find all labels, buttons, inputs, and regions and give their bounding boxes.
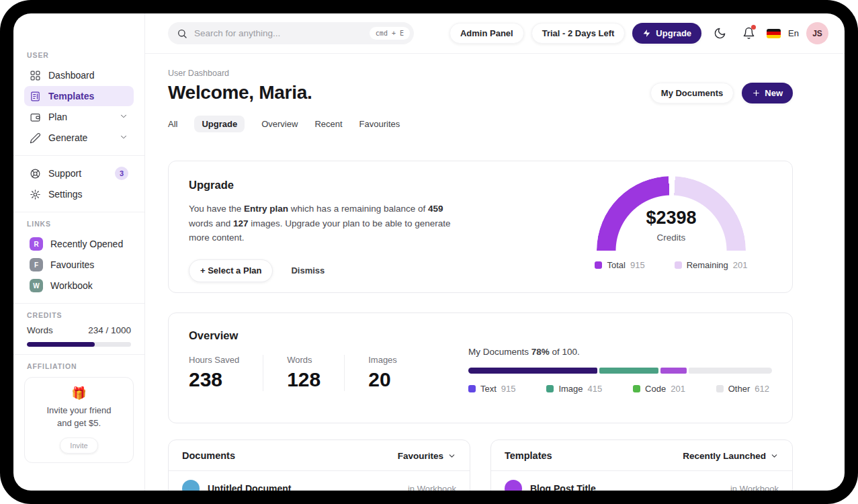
app-window: USER Dashboard Templates Plan Generate S… xyxy=(13,13,845,491)
gauge-label: Credits xyxy=(597,233,746,243)
sidebar-item-label: Dashboard xyxy=(48,70,95,81)
affiliate-text: Invite your friend and get $5. xyxy=(30,405,128,430)
plan-name: Entry plan xyxy=(244,204,288,214)
support-count-badge: 3 xyxy=(115,167,128,180)
affiliate-text-line2: and get $5. xyxy=(57,418,101,428)
link-avatar: R xyxy=(30,237,43,251)
documents-usage-block: My Documents 78% of 100. Text 915 xyxy=(468,347,772,404)
link-avatar: W xyxy=(30,279,43,292)
chevron-down-icon xyxy=(447,452,456,460)
admin-panel-button[interactable]: Admin Panel xyxy=(449,23,524,44)
life-buoy-icon xyxy=(30,168,41,179)
sidebar-section-links-label: LINKS xyxy=(27,220,131,228)
credits-progress-fill xyxy=(27,342,95,347)
sidebar-link-workbook[interactable]: W Workbook xyxy=(24,276,134,296)
sidebar-item-templates[interactable]: Templates xyxy=(24,86,134,106)
upgrade-body-text: which has a remaining balance of xyxy=(288,204,428,214)
legend-swatch xyxy=(468,385,476,392)
user-avatar[interactable]: JS xyxy=(806,22,828,44)
trial-status-button[interactable]: Trial - 2 Days Left xyxy=(531,23,626,44)
sidebar-item-generate[interactable]: Generate xyxy=(24,128,134,148)
documents-stacked-bar xyxy=(468,368,772,374)
gauge-arc: $2398 Credits xyxy=(597,176,746,252)
sidebar-item-dashboard[interactable]: Dashboard xyxy=(24,65,134,85)
stat-label: Images xyxy=(368,355,397,365)
dashboard-grid-icon xyxy=(30,70,41,81)
sidebar-section-credits-label: CREDITS xyxy=(27,311,131,319)
template-list-item[interactable]: Blog Post Title in Workbook xyxy=(491,471,792,491)
search-input[interactable] xyxy=(193,28,364,39)
legend-item-image: Image 415 xyxy=(546,384,602,394)
legend-value: 612 xyxy=(755,384,769,394)
tab-recent[interactable]: Recent xyxy=(314,119,342,129)
select-plan-button[interactable]: + Select a Plan xyxy=(189,259,273,282)
tab-overview[interactable]: Overview xyxy=(261,119,298,129)
sidebar-section-affiliation-label: AFFILIATION xyxy=(27,362,131,370)
dark-mode-toggle[interactable] xyxy=(709,23,730,44)
sidebar-item-support[interactable]: Support 3 xyxy=(24,163,134,183)
stat-value: 20 xyxy=(368,368,397,391)
sidebar-item-label: Generate xyxy=(48,132,87,143)
new-button[interactable]: New xyxy=(742,83,793,103)
language-selector[interactable]: En xyxy=(788,28,799,38)
legend-item-total: Total 915 xyxy=(595,260,644,270)
divider xyxy=(13,155,144,156)
sidebar-item-label: Templates xyxy=(48,91,94,101)
legend-value: 415 xyxy=(588,384,603,394)
invite-button[interactable]: Invite xyxy=(60,437,97,454)
wallet-icon xyxy=(30,112,41,123)
pencil-icon xyxy=(30,132,41,144)
stat-value: 128 xyxy=(287,368,320,391)
sidebar-item-label: Support xyxy=(48,168,81,179)
dismiss-button[interactable]: Dismiss xyxy=(291,265,325,276)
my-documents-button[interactable]: My Documents xyxy=(650,83,734,103)
legend-item-other: Other 612 xyxy=(716,384,769,394)
legend-name: Text xyxy=(480,384,497,394)
credits-gauge: $2398 Credits Total 915 Remaining 201 xyxy=(589,173,753,270)
page-title: Welcome, Maria. xyxy=(168,82,312,103)
breadcrumb: User Dashboard xyxy=(168,69,793,78)
document-list-item[interactable]: Untitled Document in Workbook xyxy=(169,471,470,491)
gauge-legend: Total 915 Remaining 201 xyxy=(589,260,753,270)
upgrade-button[interactable]: Upgrade xyxy=(632,23,701,44)
templates-filter-dropdown[interactable]: Recently Launched xyxy=(683,451,779,461)
sidebar-item-plan[interactable]: Plan xyxy=(24,107,134,127)
tab-favourites[interactable]: Favourites xyxy=(359,119,400,129)
notifications-button[interactable] xyxy=(738,23,759,44)
legend-name: Total xyxy=(607,260,625,270)
sidebar-link-label: Workbook xyxy=(50,280,93,291)
tab-all[interactable]: All xyxy=(168,119,177,129)
search-box[interactable]: cmd + E xyxy=(168,22,414,44)
stat-label: Words xyxy=(287,355,320,365)
documents-filter-dropdown[interactable]: Favourites xyxy=(398,451,456,461)
affiliate-text-line1: Invite your friend xyxy=(46,405,111,415)
sidebar-link-favourites[interactable]: F Favourites xyxy=(24,255,134,275)
bar-segment-image xyxy=(599,368,658,374)
gauge-value: $2398 xyxy=(597,208,746,228)
sidebar-link-recently-opened[interactable]: R Recently Opened xyxy=(24,234,134,254)
sidebar-section-user-label: USER xyxy=(27,51,131,59)
tab-upgrade[interactable]: Upgrade xyxy=(194,116,245,132)
app-frame: USER Dashboard Templates Plan Generate S… xyxy=(0,0,858,504)
templates-card-title: Templates xyxy=(505,450,552,461)
topbar: cmd + E Admin Panel Trial - 2 Days Left … xyxy=(145,13,845,54)
templates-card-header: Templates Recently Launched xyxy=(491,440,792,471)
stats-row: Hours Saved 238 Words 128 Images 20 xyxy=(189,355,421,391)
upgrade-body-text: words and xyxy=(189,218,233,228)
templates-filter-label: Recently Launched xyxy=(683,451,766,461)
plus-icon xyxy=(752,89,761,97)
sidebar-item-settings[interactable]: Settings xyxy=(24,184,134,204)
template-location: in Workbook xyxy=(730,484,779,491)
documents-card-header: Documents Favourites xyxy=(169,440,470,471)
chevron-down-icon xyxy=(770,452,779,460)
stat-hours-saved: Hours Saved 238 xyxy=(189,355,263,391)
bottom-cards-row: Documents Favourites Untitled Document i… xyxy=(168,439,793,491)
gift-icon: 🎁 xyxy=(30,387,128,399)
overview-card-title: Overview xyxy=(189,329,421,342)
legend-name: Remaining xyxy=(687,260,728,270)
divider xyxy=(13,212,144,212)
german-flag-icon[interactable] xyxy=(767,29,781,38)
legend-name: Image xyxy=(558,384,583,394)
legend-value: 915 xyxy=(501,384,516,394)
legend-swatch xyxy=(716,385,724,392)
